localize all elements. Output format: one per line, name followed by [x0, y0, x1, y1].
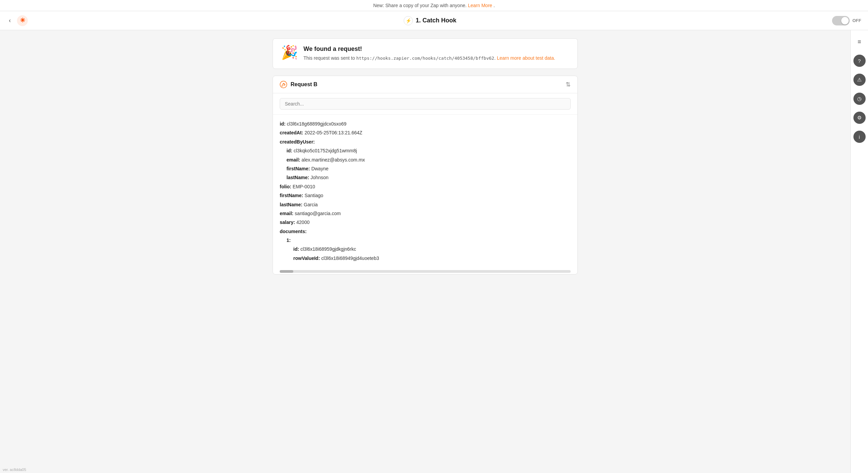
bottom-scrollbar	[280, 270, 571, 273]
data-row-doc-id: id: cl3l6x18i68959gjdkgjn6rkc	[293, 245, 571, 253]
menu-lines-button[interactable]: ≡	[853, 36, 866, 48]
search-input[interactable]	[280, 98, 571, 110]
toggle-knob	[841, 17, 849, 24]
toggle-button[interactable]	[832, 16, 850, 25]
description-suffix: .	[494, 55, 496, 61]
sort-icon[interactable]: ⇅	[566, 81, 571, 88]
header-left: ‹ ✳	[7, 15, 28, 26]
header: ‹ ✳ ⚡ 1. Catch Hook OFF	[0, 11, 868, 30]
back-button[interactable]: ‹	[7, 15, 13, 26]
content-area: 🎉 We found a request! This request was s…	[0, 30, 850, 473]
request-name: Request B	[291, 81, 317, 88]
data-row-firstName: firstName: Santiago	[280, 192, 571, 199]
learn-more-test-data-link[interactable]: Learn more about test data.	[497, 55, 555, 61]
main-layout: 🎉 We found a request! This request was s…	[0, 30, 868, 473]
warning-icon: ⚠	[857, 77, 862, 83]
version-label: ver. ac8dda05	[3, 468, 26, 472]
request-card: Request B ⇅ id: cl3l6x18g68899gjdcx0sxo6…	[273, 76, 578, 275]
clock-button[interactable]: ◷	[853, 93, 866, 105]
toggle-label: OFF	[852, 18, 861, 23]
content-inner: 🎉 We found a request! This request was s…	[273, 38, 578, 275]
page-title: 1. Catch Hook	[416, 17, 456, 24]
data-row-createdByUser: createdByUser:	[280, 138, 571, 146]
request-card-header: Request B ⇅	[273, 76, 577, 93]
data-row-doc-rowValueId: rowValueId: cl3l6x18i68949gjd4uoeteb3	[293, 254, 571, 262]
data-row-id-main: id: cl3l6x18g68899gjdcx0sxo69	[280, 120, 571, 128]
gear-button[interactable]: ⚙	[853, 112, 866, 124]
svg-point-7	[283, 83, 284, 84]
svg-point-6	[284, 84, 285, 86]
clock-icon: ◷	[857, 96, 862, 102]
found-request-heading: We found a request!	[303, 45, 555, 53]
data-row-lastName: lastName: Garcia	[280, 201, 571, 208]
found-request-banner: 🎉 We found a request! This request was s…	[273, 38, 578, 69]
bottom-scrollbar-thumb	[280, 270, 293, 273]
webhook-url: https://hooks.zapier.com/hooks/catch/405…	[356, 56, 494, 61]
request-webhook-icon	[280, 81, 287, 88]
header-title: ⚡ 1. Catch Hook	[403, 16, 456, 25]
data-row-user-firstName: firstName: Dwayne	[287, 165, 571, 172]
data-row-salary: salary: 42000	[280, 219, 571, 226]
found-request-text: We found a request! This request was sen…	[303, 45, 555, 62]
data-row-documents: documents:	[280, 228, 571, 235]
data-row-email: email: santiago@garcia.com	[280, 210, 571, 217]
gear-icon: ⚙	[857, 115, 862, 121]
notification-period: .	[493, 3, 495, 8]
data-row-createdAt: createdAt: 2022-05-25T06:13:21.664Z	[280, 129, 571, 136]
learn-more-link[interactable]: Learn More	[468, 3, 492, 8]
request-card-header-left: Request B	[280, 81, 317, 88]
data-row-doc-1: 1:	[287, 236, 571, 244]
webhook-icon: ⚡	[403, 16, 413, 25]
warning-button[interactable]: ⚠	[853, 74, 866, 86]
info-icon: i	[859, 134, 860, 140]
help-icon: ?	[858, 58, 861, 64]
svg-point-5	[282, 86, 283, 87]
data-row-folio: folio: EMP-0010	[280, 183, 571, 190]
info-button[interactable]: i	[853, 131, 866, 143]
svg-text:✳: ✳	[20, 17, 25, 24]
notification-text: New: Share a copy of your Zap with anyon…	[373, 3, 467, 8]
data-container[interactable]: id: cl3l6x18g68899gjdcx0sxo69 createdAt:…	[273, 115, 577, 269]
party-icon: 🎉	[281, 45, 298, 59]
zapier-logo: ✳	[17, 15, 28, 26]
data-row-user-lastName: lastName: Johnson	[287, 174, 571, 181]
data-row-user-email: email: alex.martinez@absys.com.mx	[287, 156, 571, 164]
svg-point-4	[280, 81, 287, 88]
back-arrow-icon: ‹	[9, 17, 11, 24]
search-container	[273, 93, 577, 115]
notification-bar: New: Share a copy of your Zap with anyon…	[0, 0, 868, 11]
menu-lines-icon: ≡	[857, 38, 861, 45]
svg-text:⚡: ⚡	[405, 18, 411, 24]
right-sidebar: ≡ ? ⚠ ◷ ⚙ i	[850, 30, 868, 473]
toggle-container: OFF	[832, 16, 861, 25]
description-prefix: This request was sent to	[303, 55, 356, 61]
help-button[interactable]: ?	[853, 55, 866, 67]
data-row-user-id: id: cl3kqko5c01752xjdg51wmm8j	[287, 147, 571, 154]
found-request-description: This request was sent to https://hooks.z…	[303, 55, 555, 62]
